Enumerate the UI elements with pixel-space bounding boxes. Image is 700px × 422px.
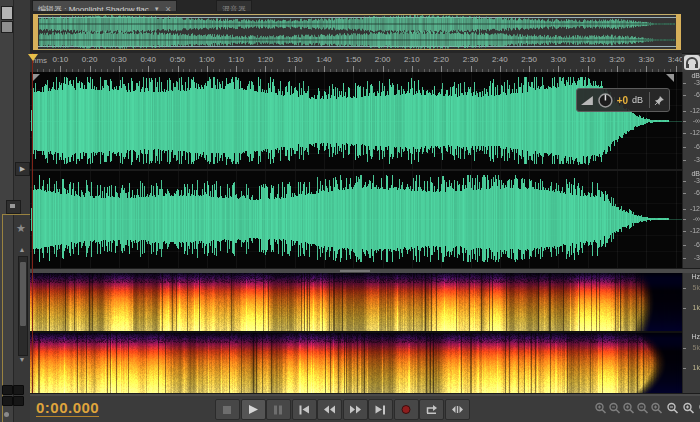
ruler-tick-label: 2:00 <box>375 55 391 64</box>
tab-mixer[interactable]: 混音器 <box>216 0 252 11</box>
zoom-in-time-button[interactable] <box>593 402 607 415</box>
loop-playback-button[interactable] <box>419 399 444 420</box>
play-button[interactable] <box>241 399 266 420</box>
freq-scale-title: Hz <box>683 273 700 280</box>
zoom-reset-icon <box>650 402 663 415</box>
panel-view-button[interactable] <box>6 200 21 214</box>
db-scale-tick <box>683 219 686 220</box>
spectral-channel-divider <box>30 331 682 333</box>
gain-hud[interactable]: +0 dB <box>576 88 670 112</box>
scrollbar-up-icon[interactable]: ▲ <box>17 245 27 255</box>
status-dot-icon <box>4 412 9 417</box>
divider-grip-icon[interactable] <box>340 270 370 272</box>
close-icon[interactable]: ✕ <box>165 3 172 12</box>
record-icon <box>400 404 413 415</box>
fast-forward-button[interactable] <box>343 399 368 420</box>
media-icon[interactable] <box>2 385 13 395</box>
db-scale-tick <box>683 209 686 210</box>
rewind-button[interactable] <box>317 399 342 420</box>
media-icon[interactable] <box>13 385 24 395</box>
ruler-tick-label: 0:20 <box>82 55 98 64</box>
ruler-tick-label: 1:00 <box>199 55 215 64</box>
freq-scale-tick <box>683 288 686 289</box>
playhead-marker-icon[interactable] <box>28 54 38 66</box>
spectral-display-left[interactable] <box>30 273 682 331</box>
transport-bar: 0:00.000 <box>30 396 700 422</box>
tab-mixer-label: 混音器 <box>222 3 246 12</box>
tab-editor[interactable]: 编辑器 : Moonlight Shadow.flac ▼ ✕ <box>32 0 177 11</box>
ruler-tick-label: 1:10 <box>228 55 244 64</box>
zoom-in-left-edge-button[interactable] <box>665 402 679 415</box>
zoom-in-time-icon <box>594 402 607 415</box>
overview-waveform[interactable] <box>30 11 700 53</box>
volume-ramp-icon <box>581 95 594 106</box>
spectral-display-right[interactable] <box>30 333 682 393</box>
zoom-reset-button[interactable] <box>649 402 663 415</box>
time-display[interactable]: 0:00.000 <box>36 399 99 417</box>
top-left-grabber-icon[interactable] <box>32 74 40 82</box>
editor-panel: 编辑器 : Moonlight Shadow.flac ▼ ✕ 混音器 hms … <box>30 0 700 422</box>
overview-strip[interactable] <box>30 11 700 54</box>
ruler-tick-label: 1:50 <box>346 55 362 64</box>
left-panel-strip: ▶ ★ ▲ ▼ <box>0 0 31 422</box>
panel-edge-button[interactable] <box>1 6 13 20</box>
panel-tab-bar: 编辑器 : Moonlight Shadow.flac ▼ ✕ 混音器 <box>30 0 700 11</box>
skip-to-end-icon <box>374 404 387 415</box>
amplitude-scale[interactable]: dB-3-6-12-∞-12-6-3dB-3-6-12-∞-12-6-3 <box>682 72 700 268</box>
rewind-icon <box>323 404 336 415</box>
db-scale-tick <box>683 133 686 134</box>
skip-to-start-button[interactable] <box>292 399 317 420</box>
skip-to-start-icon <box>298 404 311 415</box>
play-icon <box>247 404 260 415</box>
stop-button[interactable] <box>215 399 240 420</box>
ruler-tick-label: 3:30 <box>639 55 655 64</box>
ruler-tick-label: 2:10 <box>404 55 420 64</box>
frequency-scale[interactable]: Hz5k1kHz5k1k <box>682 273 700 393</box>
panel-edge-button[interactable] <box>1 21 13 33</box>
ruler-options-icon[interactable] <box>684 55 700 70</box>
ruler-tick-label: 0:30 <box>111 55 127 64</box>
skip-selection-button[interactable] <box>445 399 470 420</box>
timeline-ruler[interactable]: hms 0:100:200:300:400:501:001:101:201:30… <box>30 53 682 73</box>
ruler-tick-label: 2:50 <box>521 55 537 64</box>
stop-icon <box>221 404 234 415</box>
pin-icon[interactable] <box>654 95 665 106</box>
zoom-in-left-edge-icon <box>666 402 679 415</box>
pause-button[interactable] <box>266 399 291 420</box>
skip-to-end-button[interactable] <box>368 399 393 420</box>
ruler-tick-label: 3:40 <box>668 55 682 64</box>
ruler-tick-label: 1:20 <box>258 55 274 64</box>
preview-play-button[interactable]: ▶ <box>15 162 30 176</box>
favorites-star-icon: ★ <box>16 222 26 235</box>
db-scale-tick <box>683 193 686 194</box>
db-scale-tick <box>683 83 686 84</box>
db-scale-tick <box>683 121 686 122</box>
ruler-tick-label: 1:40 <box>316 55 332 64</box>
zoom-in-amplitude-button[interactable] <box>621 402 635 415</box>
ruler-tick-label: 1:30 <box>287 55 303 64</box>
gain-knob[interactable] <box>598 93 613 108</box>
db-scale-tick <box>683 258 686 259</box>
panel-scrollbar[interactable] <box>18 256 28 356</box>
fast-forward-icon <box>349 404 362 415</box>
db-scale-title: dB <box>683 72 700 79</box>
zoom-out-time-button[interactable] <box>607 402 621 415</box>
playhead-line <box>32 53 33 393</box>
media-icon[interactable] <box>2 396 13 406</box>
ruler-tick-label: 0:10 <box>53 55 69 64</box>
ruler-tick-label: 2:30 <box>463 55 479 64</box>
zoom-in-right-edge-button[interactable] <box>681 402 695 415</box>
gain-value[interactable]: +0 <box>617 95 628 106</box>
panel-view-icon <box>10 204 15 208</box>
scrollbar-down-icon[interactable]: ▼ <box>17 355 27 365</box>
record-button[interactable] <box>394 399 419 420</box>
pause-icon <box>272 404 285 415</box>
chevron-down-icon[interactable]: ▼ <box>154 3 160 12</box>
db-scale-tick <box>683 181 686 182</box>
db-scale-tick <box>683 245 686 246</box>
scrollbar-thumb[interactable] <box>19 261 27 327</box>
media-icon[interactable] <box>13 396 24 406</box>
top-right-grabber-icon[interactable] <box>666 74 674 82</box>
db-scale-title: dB <box>683 170 700 177</box>
zoom-out-amplitude-button[interactable] <box>635 402 649 415</box>
